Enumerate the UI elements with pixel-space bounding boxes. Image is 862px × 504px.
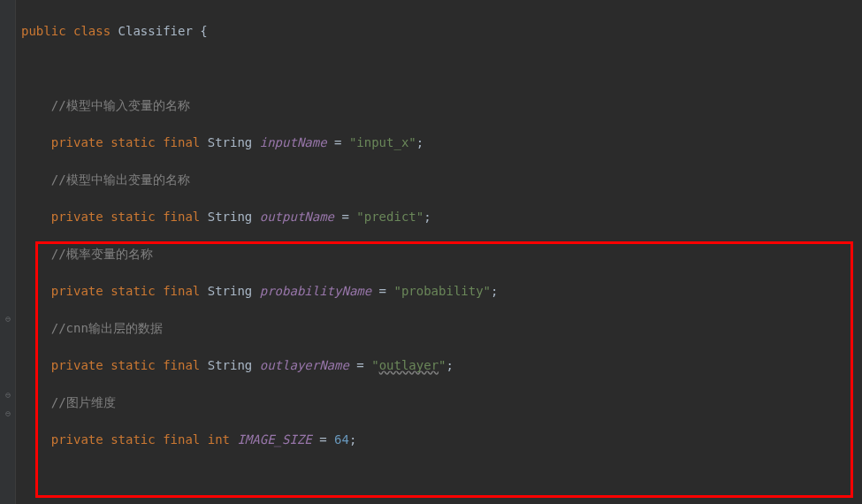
comment: //cnn输出层的数据 (21, 321, 163, 335)
keyword: public class (21, 24, 118, 38)
string: " (439, 358, 446, 372)
type: String (208, 284, 260, 298)
type: String (208, 210, 260, 224)
field: inputName (260, 135, 327, 149)
semi: ; (491, 284, 498, 298)
op: = (312, 432, 334, 447)
field: outlayerName (260, 358, 349, 372)
string: "predict" (356, 210, 423, 224)
keyword: private static final (21, 358, 208, 372)
fold-icon[interactable]: ⊖ (3, 309, 13, 320)
op: = (371, 284, 393, 298)
keyword: private static final (21, 210, 208, 224)
type: String (208, 135, 260, 149)
field: outputName (260, 210, 334, 224)
string: "probability" (393, 284, 491, 298)
string-warn: outlayer (379, 358, 439, 372)
field: probabilityName (260, 284, 371, 298)
number: 64 (334, 432, 349, 447)
semi: ; (446, 358, 454, 372)
code-editor-content[interactable]: public class Classifier { //模型中输入变量的名称 p… (21, 4, 654, 504)
comment: //图片维度 (21, 395, 116, 409)
brace: { (193, 24, 208, 38)
keyword: private static final (21, 135, 208, 149)
comment: //概率变量的名称 (21, 247, 153, 261)
semi: ; (423, 210, 431, 224)
op: = (334, 210, 356, 224)
op: = (327, 135, 349, 149)
semi: ; (416, 135, 423, 149)
keyword: private static final (21, 284, 208, 298)
type: String (208, 358, 260, 372)
string: " (371, 358, 378, 372)
fold-icon[interactable]: ⊖ (3, 404, 13, 415)
comment: //模型中输出变量的名称 (21, 172, 190, 187)
field: IMAGE_SIZE (237, 432, 311, 447)
string: "input_x" (349, 135, 416, 149)
fold-icon[interactable]: ⊖ (3, 386, 13, 396)
keyword: private static final int (21, 432, 237, 447)
op: = (349, 358, 371, 372)
editor-gutter: ⊖ ⊖ ⊖ (0, 0, 16, 504)
class-name: Classifier (118, 24, 193, 38)
semi: ; (349, 432, 356, 447)
comment: //模型中输入变量的名称 (21, 98, 190, 112)
